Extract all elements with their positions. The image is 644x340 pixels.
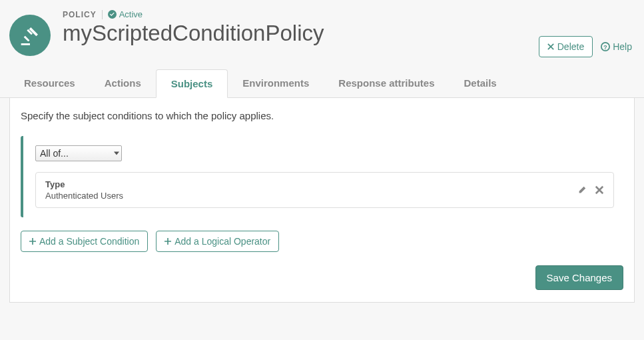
tab-actions[interactable]: Actions bbox=[90, 69, 156, 97]
add-subject-label: Add a Subject Condition bbox=[39, 236, 139, 247]
status-text: Active bbox=[119, 9, 143, 19]
panel-description: Specify the subject conditions to which … bbox=[21, 110, 623, 121]
svg-text:?: ? bbox=[604, 44, 607, 51]
tab-subjects[interactable]: Subjects bbox=[156, 69, 228, 98]
type-value: Authenticated Users bbox=[45, 191, 123, 201]
add-subject-condition-button[interactable]: Add a Subject Condition bbox=[21, 231, 148, 252]
edit-icon[interactable] bbox=[577, 185, 587, 195]
tab-response-attributes[interactable]: Response attributes bbox=[324, 69, 449, 97]
add-logical-operator-button[interactable]: Add a Logical Operator bbox=[156, 231, 279, 252]
close-icon[interactable] bbox=[595, 185, 604, 195]
help-label: Help bbox=[613, 41, 632, 52]
chevron-down-icon bbox=[114, 152, 119, 155]
subject-condition-card: Type Authenticated Users bbox=[35, 172, 614, 208]
save-changes-button[interactable]: Save Changes bbox=[535, 265, 623, 290]
tab-environments[interactable]: Environments bbox=[228, 69, 324, 97]
logical-operator-value: All of... bbox=[40, 148, 69, 159]
gavel-icon bbox=[9, 15, 51, 56]
tab-bar: Resources Actions Subjects Environments … bbox=[0, 69, 644, 98]
help-link[interactable]: ? Help bbox=[601, 41, 632, 52]
policy-label: POLICY bbox=[63, 10, 97, 19]
subjects-panel: Specify the subject conditions to which … bbox=[9, 98, 635, 303]
type-label: Type bbox=[45, 179, 123, 189]
status-badge: Active bbox=[108, 9, 143, 19]
condition-block: All of... Type Authenticated Users bbox=[21, 136, 623, 217]
label-divider bbox=[102, 10, 103, 19]
page-title: myScriptedConditionPolicy bbox=[63, 21, 539, 46]
delete-button[interactable]: Delete bbox=[539, 36, 593, 57]
logical-operator-select[interactable]: All of... bbox=[35, 145, 122, 161]
delete-label: Delete bbox=[557, 41, 584, 52]
tab-details[interactable]: Details bbox=[450, 69, 511, 97]
tab-resources[interactable]: Resources bbox=[9, 69, 90, 97]
add-operator-label: Add a Logical Operator bbox=[174, 236, 270, 247]
